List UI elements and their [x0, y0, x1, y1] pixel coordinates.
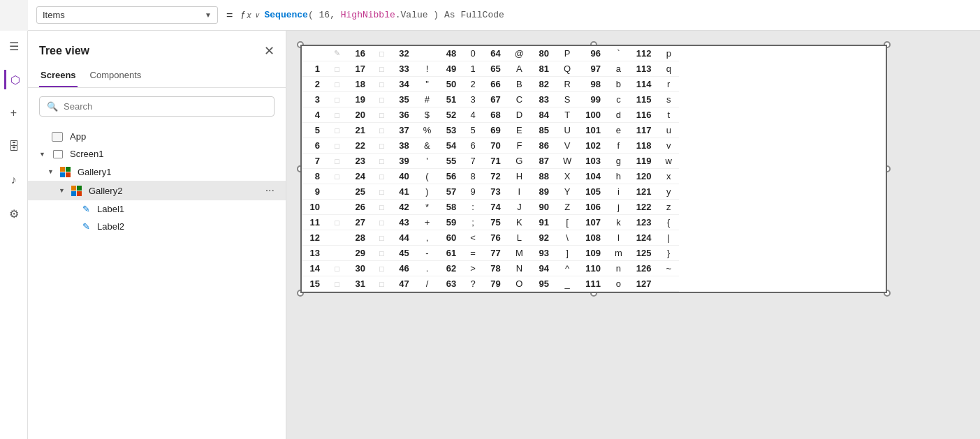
cell-char	[327, 184, 347, 200]
cell-char: ✎	[327, 46, 347, 61]
cell-char: □	[327, 61, 347, 77]
table-row: ✎16□3248064@80P96`112p	[302, 46, 679, 61]
hamburger-icon[interactable]: ☰	[4, 36, 24, 56]
sidebar-item-gallery2[interactable]: ▼ Gallery2 ···	[28, 181, 286, 200]
sidebar-item-screen1[interactable]: ▼ Screen1	[28, 145, 286, 163]
cell-num: 22	[347, 138, 372, 154]
cell-char: Z	[556, 200, 578, 215]
cell-num: 120	[629, 169, 659, 184]
table-row: 925□41)57973I89Y105i121y	[302, 184, 679, 200]
tree-title: Tree view	[39, 45, 89, 57]
cell-char: A	[508, 61, 531, 77]
cell-num: 29	[347, 246, 372, 261]
gallery-frame[interactable]: ✎16□3248064@80P96`112p1□17□33!49165A81Q9…	[300, 45, 887, 293]
cell-num: 105	[578, 184, 608, 200]
cell-num: 30	[347, 261, 372, 276]
cell-char: _	[556, 276, 578, 292]
more-options-icon[interactable]: ···	[265, 184, 275, 197]
cell-num: 125	[629, 246, 659, 261]
data-icon[interactable]: 🗄	[4, 137, 24, 156]
cell-num: 66	[483, 77, 508, 92]
cell-char: t	[659, 107, 679, 123]
cell-char: &	[416, 138, 439, 154]
cell-num: 79	[483, 276, 508, 292]
cell-num: 9	[302, 184, 327, 200]
cell-num: 80	[531, 46, 556, 61]
cell-char: J	[508, 200, 531, 215]
search-box: 🔍	[39, 96, 275, 117]
cell-char: r	[659, 77, 679, 92]
search-input[interactable]	[64, 101, 267, 112]
cell-num: 100	[578, 107, 608, 123]
cell-char: □	[372, 154, 391, 169]
table-row: 6□22□38&54670F86V102f118v	[302, 138, 679, 154]
cell-num: 92	[531, 230, 556, 246]
cell-num: 48	[438, 46, 463, 61]
cell-num: 44	[391, 230, 416, 246]
cell-num: 21	[347, 123, 372, 138]
cell-char: □	[327, 92, 347, 107]
cell-char: )	[416, 184, 439, 200]
table-row: 1329□45-61=77M93]109m125}	[302, 246, 679, 261]
cell-char: N	[508, 261, 531, 276]
cell-char: □	[372, 92, 391, 107]
tab-components[interactable]: Components	[89, 66, 143, 87]
sidebar-item-label1[interactable]: ✎ Label1	[28, 200, 286, 218]
cell-num: 41	[391, 184, 416, 200]
cell-num: 61	[438, 246, 463, 261]
cell-num: 85	[531, 123, 556, 138]
cell-num	[302, 46, 327, 61]
cell-num: 49	[438, 61, 463, 77]
cell-char: w	[659, 154, 679, 169]
cell-char: ,	[416, 230, 439, 246]
expand-icon: ▼	[59, 187, 68, 194]
cell-char: p	[659, 46, 679, 61]
cell-num: 64	[483, 46, 508, 61]
cell-num: 19	[347, 92, 372, 107]
cell-char: 1	[463, 61, 483, 77]
cell-char: d	[608, 107, 629, 123]
cell-char: □	[372, 230, 391, 246]
cell-char: +	[416, 215, 439, 230]
sidebar-item-gallery1[interactable]: ▼ Gallery1	[28, 163, 286, 181]
cell-char: "	[416, 77, 439, 92]
cell-char: .	[416, 261, 439, 276]
table-row: 1□17□33!49165A81Q97a113q	[302, 61, 679, 77]
cell-char: 2	[463, 77, 483, 92]
label1-label: Label1	[97, 204, 124, 214]
cell-char: □	[372, 169, 391, 184]
table-row: 2□18□34"50266B82R98b114r	[302, 77, 679, 92]
cell-char: e	[608, 123, 629, 138]
cell-char: h	[608, 169, 629, 184]
close-icon[interactable]: ✕	[264, 43, 275, 59]
cell-char: □	[327, 215, 347, 230]
expand-icon	[70, 223, 80, 230]
tab-screens[interactable]: Screens	[39, 66, 78, 87]
media-icon[interactable]: ♪	[4, 170, 24, 190]
cell-num: 20	[347, 107, 372, 123]
formula-input[interactable]: Sequence( 16, HighNibble.Value ) As Full…	[265, 10, 972, 20]
cell-num: 65	[483, 61, 508, 77]
cell-char: k	[608, 215, 629, 230]
tree-header: Tree view ✕	[28, 31, 286, 66]
cell-char: #	[416, 92, 439, 107]
items-dropdown[interactable]: Items ▼	[36, 6, 218, 24]
sidebar-item-label2[interactable]: ✎ Label2	[28, 218, 286, 235]
cell-char: 6	[463, 138, 483, 154]
cell-char: □	[372, 77, 391, 92]
cell-num: 76	[483, 230, 508, 246]
add-icon[interactable]: +	[4, 103, 24, 123]
sidebar-item-app[interactable]: App	[28, 128, 286, 145]
cell-num: 55	[438, 154, 463, 169]
cell-char: (	[416, 169, 439, 184]
cell-num: 18	[347, 77, 372, 92]
cell-num: 121	[629, 184, 659, 200]
cell-num: 46	[391, 261, 416, 276]
settings-icon[interactable]: ⚙	[4, 204, 24, 223]
cell-num: 2	[302, 77, 327, 92]
layers-icon[interactable]: ⬡	[4, 70, 24, 89]
fx-button[interactable]: fx ∨	[241, 9, 258, 21]
cell-num: 24	[347, 169, 372, 184]
cell-char: i	[608, 184, 629, 200]
cell-char: B	[508, 77, 531, 92]
